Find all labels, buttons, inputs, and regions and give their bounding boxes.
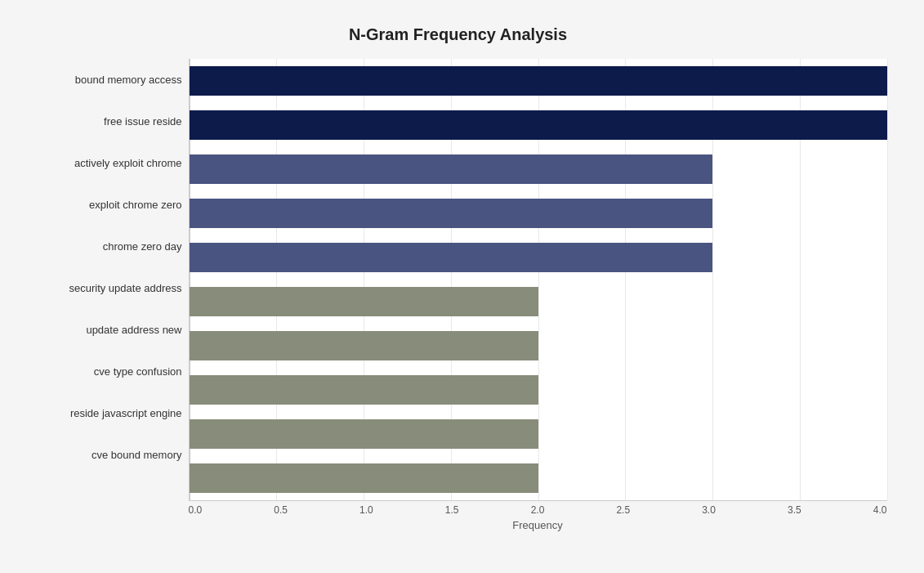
bar-0 [190,66,887,96]
bar-row-6 [190,324,887,368]
y-label-9: cve bound memory [29,434,189,476]
x-tick-8: 4.0 [873,504,887,516]
bar-row-2 [190,147,887,191]
bar-9 [190,463,538,493]
x-axis: 0.00.51.01.52.02.53.03.54.0 [189,504,887,516]
plot-area: 0.00.51.01.52.02.53.03.54.0 Frequency [189,59,887,500]
bar-6 [190,331,538,360]
bar-row-5 [190,280,887,324]
bar-8 [190,419,538,449]
x-tick-7: 3.5 [788,504,801,516]
y-label-5: security update address [29,267,189,309]
y-label-7: cve type confusion [29,351,189,392]
x-axis-label: Frequency [189,519,887,531]
y-label-6: update address new [29,309,189,351]
bar-3 [190,199,713,228]
bar-row-0 [190,59,887,103]
y-labels: bound memory accessfree issue resideacti… [29,59,189,500]
grid-line-8 [887,59,888,500]
y-label-0: bound memory access [29,59,189,101]
y-label-2: actively exploit chrome [29,142,189,184]
bar-row-8 [190,412,887,456]
bar-row-7 [190,368,887,412]
bar-row-4 [190,235,887,280]
x-tick-1: 0.5 [274,504,288,516]
y-label-4: chrome zero day [29,226,189,267]
bars-container [189,59,887,501]
chart-area: bound memory accessfree issue resideacti… [29,59,887,500]
bar-4 [190,243,713,272]
bar-7 [190,375,538,405]
chart-container: N-Gram Frequency Analysis bound memory a… [13,9,912,565]
x-tick-5: 2.5 [616,504,630,516]
y-label-1: free issue reside [29,101,189,142]
bar-5 [190,287,538,316]
chart-title: N-Gram Frequency Analysis [29,25,887,44]
x-tick-4: 2.0 [531,504,545,516]
bar-1 [190,110,887,140]
bar-row-3 [190,191,887,235]
y-label-3: exploit chrome zero [29,184,189,226]
bar-row-1 [190,103,887,147]
x-tick-0: 0.0 [189,504,203,516]
x-tick-3: 1.5 [445,504,459,516]
x-tick-2: 1.0 [359,504,373,516]
bar-row-9 [190,456,887,500]
bar-2 [190,154,713,184]
x-tick-6: 3.0 [702,504,716,516]
y-label-8: reside javascript engine [29,392,189,434]
